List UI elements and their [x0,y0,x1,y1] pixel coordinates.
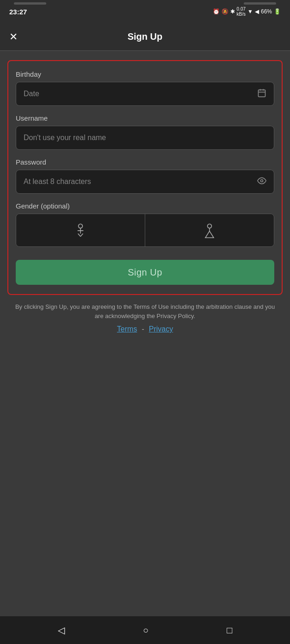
bluetooth-icon: ✱ [230,8,235,15]
svg-point-5 [79,224,83,228]
svg-rect-0 [259,90,265,97]
birthday-label: Birthday [16,70,274,78]
terms-link[interactable]: Terms [117,325,137,333]
top-notch-right [244,2,276,5]
privacy-link[interactable]: Privacy [149,325,173,333]
username-input-wrapper[interactable] [16,126,274,150]
recent-nav-button[interactable]: □ [227,625,232,636]
page-title: Sign Up [128,31,163,42]
status-time: 23:27 [9,8,27,16]
svg-line-8 [78,233,80,236]
male-button[interactable] [16,214,145,246]
legal-separator: - [142,325,144,333]
data-icon: 0.07kB/s [237,6,246,17]
svg-marker-12 [205,231,214,238]
birthday-input[interactable] [24,90,257,98]
password-input[interactable] [24,178,257,186]
status-icons: ⏰ 🔕 ✱ 0.07kB/s ▼ ◀ 66% 🔋 [213,6,281,17]
main-content: Birthday Username [0,51,290,343]
password-field-group: Password [16,158,274,194]
gender-row [16,214,274,247]
gender-field-group: Gender (optional) [16,202,274,247]
svg-line-9 [80,233,83,236]
battery-level: 66% [261,8,272,15]
username-input[interactable] [24,134,266,142]
top-notch-left [14,2,46,5]
password-label: Password [16,158,274,166]
gender-label: Gender (optional) [16,202,274,210]
nav-bar: ◁ ○ □ [0,616,290,644]
signup-button[interactable]: Sign Up [16,260,274,285]
birthday-field-group: Birthday [16,70,274,106]
signup-form: Birthday Username [7,60,283,295]
battery-icon: 🔋 [274,8,281,15]
legal-links: Terms - Privacy [12,325,278,333]
wifi-icon: ▼ [247,8,253,15]
alarm-icon: ⏰ [213,8,220,15]
calendar-icon [257,88,266,100]
birthday-input-wrapper[interactable] [16,82,274,106]
female-button[interactable] [145,214,274,246]
signal-icon: ◀ [255,8,259,15]
eye-icon[interactable] [257,176,266,188]
username-label: Username [16,114,274,122]
mute-icon: 🔕 [222,8,228,15]
header: ✕ Sign Up [0,23,290,51]
password-input-wrapper[interactable] [16,170,274,194]
username-field-group: Username [16,114,274,150]
close-button[interactable]: ✕ [9,31,18,43]
svg-point-10 [208,224,212,228]
svg-point-4 [261,179,263,182]
back-nav-button[interactable]: ◁ [58,625,65,636]
legal-section: By clicking Sign Up, you are agreeing to… [7,302,283,333]
legal-text: By clicking Sign Up, you are agreeing to… [12,302,278,320]
home-nav-button[interactable]: ○ [143,625,148,636]
